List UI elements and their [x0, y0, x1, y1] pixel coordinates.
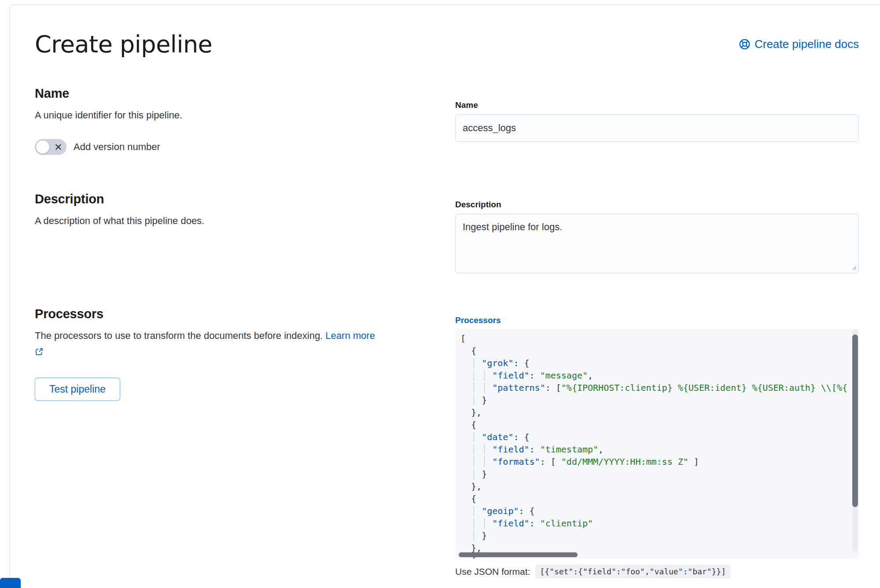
json-hint-code: [{"set":{"field":"foo","value":"bar"}}] — [535, 565, 730, 578]
name-section-heading: Name — [35, 86, 455, 101]
name-field-label: Name — [455, 100, 859, 110]
description-section-heading: Description — [35, 192, 455, 206]
external-link-icon[interactable] — [35, 345, 44, 360]
docs-link-label: Create pipeline docs — [755, 37, 859, 51]
json-format-hint: Use JSON format: [{"set":{"field":"foo",… — [455, 565, 859, 578]
horizontal-scrollbar-thumb[interactable] — [459, 552, 578, 557]
docs-link[interactable]: Create pipeline docs — [739, 37, 859, 51]
partial-blue-button[interactable] — [0, 578, 21, 588]
description-section: Description A description of what this p… — [35, 192, 859, 273]
processors-section-heading: Processors — [35, 307, 455, 321]
description-section-description: A description of what this pipeline does… — [35, 213, 440, 228]
documentation-icon — [739, 38, 751, 50]
page-title: Create pipeline — [35, 30, 212, 58]
add-version-toggle[interactable] — [35, 139, 66, 155]
add-version-label: Add version number — [74, 141, 160, 153]
vertical-scrollbar-thumb[interactable] — [852, 334, 858, 507]
page-header: Create pipeline Create pipeline docs — [35, 5, 859, 58]
learn-more-link[interactable]: Learn more — [325, 330, 375, 341]
resize-handle-icon[interactable] — [850, 264, 857, 270]
processors-section-description: The processors to use to transform the d… — [35, 328, 440, 360]
name-section: Name A unique identifier for this pipeli… — [35, 86, 859, 155]
processors-code-editor[interactable]: [ { │ "grok": { │ │ "field": "message", … — [455, 329, 859, 559]
name-section-description: A unique identifier for this pipeline. — [35, 108, 440, 122]
processors-section: Processors The processors to use to tran… — [35, 307, 859, 578]
cross-icon — [55, 144, 62, 151]
processors-field-label: Processors — [455, 316, 859, 325]
create-pipeline-panel: Create pipeline Create pipeline docs Nam… — [10, 4, 880, 588]
description-field-label: Description — [455, 200, 859, 209]
name-input[interactable] — [455, 114, 859, 142]
json-hint-label: Use JSON format: — [455, 566, 530, 577]
add-version-row: Add version number — [35, 139, 455, 155]
toggle-thumb — [36, 140, 50, 154]
description-textarea[interactable]: Ingest pipeline for logs. — [455, 214, 859, 273]
processors-description-text: The processors to use to transform the d… — [35, 330, 323, 341]
code-content: [ { │ "grok": { │ │ "field": "message", … — [455, 329, 859, 559]
test-pipeline-button[interactable]: Test pipeline — [35, 378, 120, 401]
